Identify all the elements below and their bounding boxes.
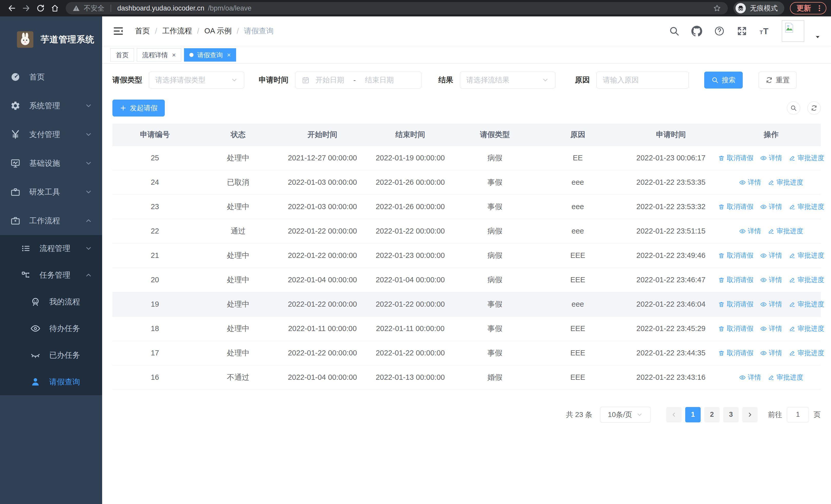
cancel-action-link[interactable]: 取消请假 (718, 275, 753, 284)
cell-status: 处理中 (197, 243, 279, 268)
browser-update-button[interactable]: 更新 (790, 2, 826, 14)
prev-page-button[interactable] (666, 407, 682, 422)
progress-action-link[interactable]: 审批进度 (789, 153, 824, 162)
detail-action-link[interactable]: 详情 (739, 227, 761, 236)
browser-menu-icon[interactable] (815, 4, 823, 12)
tab-请假查询[interactable]: 请假查询× (184, 48, 236, 62)
browser-forward-button[interactable] (19, 1, 33, 16)
sidebar-item-process-mgmt[interactable]: 流程管理 (0, 235, 102, 262)
breadcrumb-item[interactable]: OA 示例 (204, 26, 231, 36)
fullscreen-icon[interactable] (737, 26, 747, 36)
sidebar-item-system-mgmt[interactable]: 系统管理 (0, 91, 102, 120)
page-button-1[interactable]: 1 (685, 407, 700, 422)
breadcrumb-item[interactable]: 首页 (135, 26, 150, 36)
toggle-search-button[interactable] (787, 101, 800, 115)
sidebar-item-done-task[interactable]: 已办任务 (0, 342, 102, 368)
page-button-2[interactable]: 2 (704, 407, 720, 422)
cell-end: 2022-01-22 00:00:00 (366, 219, 455, 243)
cell-actions: 取消请假详情审批进度 (722, 268, 821, 292)
bookmark-star-icon[interactable] (713, 4, 721, 12)
plus-icon (120, 105, 127, 112)
avatar-dropdown-caret-icon[interactable] (814, 34, 821, 40)
apply-time-range-picker[interactable]: 开始日期 - 结束日期 (295, 71, 422, 89)
page-size-select[interactable]: 10条/页 (600, 407, 651, 423)
sidebar-item-todo-task[interactable]: 待办任务 (0, 315, 102, 342)
progress-action-link[interactable]: 审批进度 (768, 227, 803, 236)
reason-field-wrap (596, 71, 689, 89)
eye-icon (760, 155, 767, 161)
create-leave-button[interactable]: 发起请假 (112, 99, 165, 117)
cell-status: 处理中 (197, 195, 279, 219)
detail-action-link[interactable]: 详情 (739, 178, 761, 187)
sidebar-item-dev-tools[interactable]: 研发工具 (0, 178, 102, 206)
cancel-action-link[interactable]: 取消请假 (718, 153, 753, 162)
search-icon[interactable] (669, 26, 680, 36)
progress-action-link[interactable]: 审批进度 (789, 251, 824, 260)
flow-icon (21, 270, 31, 280)
cell-actions: 取消请假详情审批进度 (722, 243, 821, 268)
sidebar-item-home[interactable]: 首页 (0, 63, 102, 91)
tab-close-icon[interactable]: × (227, 51, 231, 59)
detail-action-link[interactable]: 详情 (760, 275, 782, 284)
result-select[interactable]: 请选择流结果 (460, 71, 555, 89)
cancel-action-link[interactable]: 取消请假 (718, 202, 753, 211)
tab-流程详情[interactable]: 流程详情× (137, 48, 181, 62)
sidebar-item-label: 基础设施 (29, 158, 60, 169)
help-icon[interactable] (714, 26, 725, 36)
tab-首页[interactable]: 首页 (110, 48, 134, 62)
cell-type: 事假 (455, 292, 535, 317)
sidebar-item-my-process[interactable]: 我的流程 (0, 289, 102, 315)
leave-type-select[interactable]: 请选择请假类型 (149, 71, 244, 89)
next-page-button[interactable] (742, 407, 757, 422)
progress-action-link[interactable]: 审批进度 (789, 300, 824, 309)
browser-home-button[interactable] (48, 1, 62, 16)
address-bar[interactable]: 不安全 dashboard.yudao.iocoder.cn/bpm/oa/le… (66, 2, 728, 14)
progress-action-link[interactable]: 审批进度 (768, 373, 803, 382)
detail-action-link[interactable]: 详情 (760, 300, 782, 309)
column-header: 状态 (197, 124, 279, 146)
cancel-action-link[interactable]: 取消请假 (718, 324, 753, 333)
progress-action-link[interactable]: 审批进度 (789, 275, 824, 284)
top-navbar: 首页/工作流程/OA 示例/请假查询 TT (102, 17, 831, 46)
detail-action-link[interactable]: 详情 (739, 373, 761, 382)
forward-icon (22, 4, 31, 12)
column-header: 开始时间 (279, 124, 366, 146)
detail-action-link[interactable]: 详情 (760, 251, 782, 260)
sidebar-item-leave-query[interactable]: 请假查询 (0, 368, 102, 395)
sidebar-item-payment-mgmt[interactable]: 支付管理 (0, 120, 102, 149)
app-logo-row[interactable]: 芋道管理系统 (0, 17, 102, 63)
progress-action-link[interactable]: 审批进度 (789, 324, 824, 333)
cancel-action-link[interactable]: 取消请假 (718, 349, 753, 357)
browser-reload-button[interactable] (33, 1, 48, 16)
cell-type: 病假 (455, 146, 535, 170)
font-size-icon[interactable]: TT (759, 26, 770, 36)
detail-action-link[interactable]: 详情 (760, 349, 782, 357)
browser-toolbar: 不安全 dashboard.yudao.iocoder.cn/bpm/oa/le… (0, 0, 831, 17)
progress-action-link[interactable]: 审批进度 (768, 178, 803, 187)
sidebar-item-task-mgmt[interactable]: 任务管理 (0, 262, 102, 289)
detail-action-link[interactable]: 详情 (760, 324, 782, 333)
browser-back-button[interactable] (5, 1, 19, 16)
progress-action-link[interactable]: 审批进度 (789, 202, 824, 211)
sidebar-item-label: 首页 (29, 72, 45, 82)
github-icon[interactable] (691, 26, 702, 36)
search-button[interactable]: 搜索 (704, 71, 743, 89)
refresh-table-button[interactable] (807, 101, 821, 115)
sidebar-collapse-button[interactable] (110, 23, 126, 39)
cancel-action-link[interactable]: 取消请假 (718, 251, 753, 260)
progress-action-link[interactable]: 审批进度 (789, 349, 824, 357)
detail-action-label: 详情 (769, 324, 782, 333)
reason-input[interactable] (597, 72, 689, 88)
detail-action-link[interactable]: 详情 (760, 202, 782, 211)
tab-close-icon[interactable]: × (172, 51, 176, 59)
sidebar-item-infrastructure[interactable]: 基础设施 (0, 149, 102, 178)
goto-page-input[interactable] (787, 407, 809, 422)
user-avatar[interactable] (782, 20, 804, 42)
sidebar-item-workflow[interactable]: 工作流程 (0, 206, 102, 235)
breadcrumb-item[interactable]: 工作流程 (162, 26, 192, 36)
reset-button[interactable]: 重置 (758, 71, 797, 89)
page-button-3[interactable]: 3 (723, 407, 739, 422)
cell-apply_time: 2022-01-22 23:43:16 (620, 365, 722, 390)
cancel-action-link[interactable]: 取消请假 (718, 300, 753, 309)
detail-action-link[interactable]: 详情 (760, 153, 782, 162)
